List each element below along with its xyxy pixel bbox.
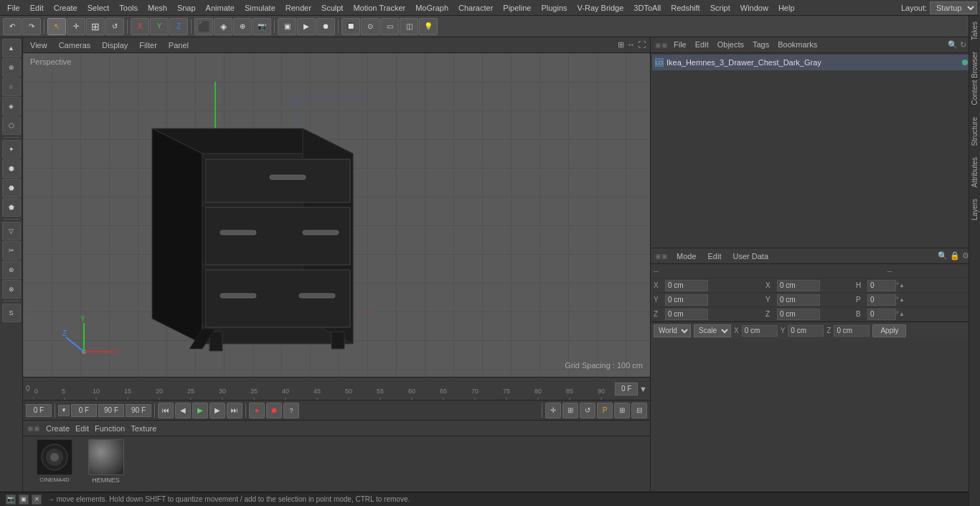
attr-menu-userdata[interactable]: User Data <box>730 250 772 262</box>
timeline-area[interactable]: 0 0 5 10 15 20 25 30 <box>23 377 650 400</box>
snap-button[interactable]: 🔲 <box>341 18 360 35</box>
start-frame-input[interactable] <box>26 404 52 417</box>
attr-x2-input[interactable] <box>777 280 820 291</box>
undo-button[interactable]: ↶ <box>3 18 22 35</box>
material-item-hemnes[interactable]: HEMNES <box>86 439 126 486</box>
attr-icon2[interactable]: 🔒 <box>950 251 960 261</box>
attr-h-input[interactable] <box>867 280 896 291</box>
tool-8[interactable]: ⬟ <box>2 198 21 217</box>
coord-z-input[interactable] <box>834 325 870 337</box>
attr-icon1[interactable]: 🔍 <box>938 251 948 261</box>
menu-mesh[interactable]: Mesh <box>143 2 171 14</box>
tool-11[interactable]: ⊛ <box>2 261 21 279</box>
viewport-icon-2[interactable]: ↔ <box>627 40 635 50</box>
menu-redshift[interactable]: Redshift <box>666 2 704 14</box>
layout-select[interactable]: Startup <box>930 1 977 14</box>
menu-help[interactable]: Help <box>774 2 799 14</box>
menu-select[interactable]: Select <box>83 2 114 14</box>
status-icon-window[interactable]: ▣ <box>19 495 29 505</box>
menu-mograph[interactable]: MoGraph <box>411 2 453 14</box>
tool-4[interactable]: ⬡ <box>2 116 21 135</box>
menu-animate[interactable]: Animate <box>202 2 239 14</box>
viewport-menu-display[interactable]: Display <box>99 39 131 51</box>
tool-2[interactable]: ○ <box>2 78 21 96</box>
viewport-menu-panel[interactable]: Panel <box>166 39 192 51</box>
light-button[interactable]: 💡 <box>419 18 438 35</box>
attr-h-arrow[interactable]: ▲ <box>899 282 905 289</box>
search-icon[interactable]: 🔍 <box>948 40 958 50</box>
frame-down-button[interactable]: ▼ <box>58 405 70 416</box>
menu-sculpt[interactable]: Sculpt <box>317 2 348 14</box>
viewport-menu-filter[interactable]: Filter <box>136 39 159 51</box>
attr-y2-input[interactable] <box>777 294 820 306</box>
menu-snap[interactable]: Snap <box>173 2 200 14</box>
redo-button[interactable]: ↷ <box>22 18 41 35</box>
attr-z-pos-input[interactable] <box>665 309 708 320</box>
tool-0[interactable]: ▲ <box>2 39 21 57</box>
obj-menu-objects[interactable]: Objects <box>715 39 747 52</box>
object-button[interactable]: ◈ <box>214 18 232 35</box>
select-tool-button[interactable]: ↖ <box>47 18 66 35</box>
go-start-button[interactable]: ⏮ <box>158 403 174 418</box>
vtab-content-browser[interactable]: Content Browser <box>969 46 980 111</box>
tool-7[interactable]: ⬣ <box>2 179 21 197</box>
status-icon-close[interactable]: ✕ <box>32 495 42 505</box>
attr-x-pos-input[interactable] <box>665 280 708 291</box>
timeline-ruler[interactable]: 0 5 10 15 20 25 30 35 40 <box>33 378 650 400</box>
play-button[interactable]: ▶ <box>192 403 208 418</box>
render-queue-button[interactable]: ⏺ <box>316 18 335 35</box>
pb-btn2[interactable]: ⊞ <box>562 403 578 418</box>
object-item-hemnes[interactable]: LO Ikea_Hemnes_3_Drawer_Chest_Dark_Gray <box>652 55 979 70</box>
menu-simulate[interactable]: Simulate <box>240 2 280 14</box>
go-end-button[interactable]: ⏭ <box>227 403 242 418</box>
mat-menu-function[interactable]: Function <box>95 424 125 433</box>
attr-menu-edit[interactable]: Edit <box>705 250 725 262</box>
record-button[interactable]: ● <box>249 403 265 418</box>
floor-button[interactable]: ▭ <box>380 18 399 35</box>
tool-3[interactable]: ◈ <box>2 97 21 116</box>
apply-button[interactable]: Apply <box>872 324 906 337</box>
attr-z2-input[interactable] <box>777 309 820 320</box>
frame-arrow[interactable]: ▼ <box>639 385 647 393</box>
playback-frame-input[interactable] <box>71 404 97 417</box>
snap-settings-button[interactable]: ⊙ <box>361 18 380 35</box>
obj-menu-edit[interactable]: Edit <box>692 39 712 52</box>
attr-p-input[interactable] <box>867 294 896 306</box>
attr-b-arrow[interactable]: ▲ <box>899 311 905 317</box>
viewport-menu-view[interactable]: View <box>27 39 50 51</box>
vtab-takes[interactable]: Takes <box>969 37 980 46</box>
attr-menu-mode[interactable]: Mode <box>674 250 699 262</box>
workplane-button[interactable]: ◫ <box>400 18 418 35</box>
z-axis-button[interactable]: Z <box>169 18 188 35</box>
menu-motion-tracker[interactable]: Motion Tracker <box>349 2 410 14</box>
pb-btn4[interactable]: P <box>597 403 613 418</box>
move-tool-button[interactable]: ✛ <box>67 18 85 35</box>
menu-render[interactable]: Render <box>281 2 316 14</box>
pb-btn1[interactable]: ✛ <box>545 403 561 418</box>
menu-file[interactable]: File <box>3 2 24 14</box>
obj-visible-icon[interactable] <box>962 60 968 65</box>
vtab-attributes[interactable]: Attributes <box>969 151 980 193</box>
viewport-menu-cameras[interactable]: Cameras <box>56 39 94 51</box>
mat-menu-texture[interactable]: Texture <box>131 424 156 433</box>
tool-6[interactable]: ⬢ <box>2 159 21 178</box>
attr-b-input[interactable] <box>867 309 896 320</box>
scale-select[interactable]: Scale <box>694 324 731 337</box>
end-frame-input2[interactable] <box>126 404 151 417</box>
menu-edit[interactable]: Edit <box>26 2 48 14</box>
obj-menu-bookmarks[interactable]: Bookmarks <box>775 39 820 52</box>
obj-menu-tags[interactable]: Tags <box>750 39 772 52</box>
menu-window[interactable]: Window <box>736 2 773 14</box>
tool-10[interactable]: ✂ <box>2 241 21 260</box>
null-object-button[interactable]: ⬛ <box>194 18 213 35</box>
render-region-button[interactable]: ▣ <box>278 18 296 35</box>
next-frame-button[interactable]: ▶ <box>209 403 225 418</box>
tool-9[interactable]: ▽ <box>2 222 21 240</box>
info-button[interactable]: ? <box>283 403 299 418</box>
attr-y-pos-input[interactable] <box>665 294 708 306</box>
end-frame-input1[interactable] <box>98 404 124 417</box>
current-frame-input-timeline[interactable] <box>615 383 638 395</box>
pb-btn3[interactable]: ↺ <box>580 403 595 418</box>
rotate-tool-button[interactable]: ↺ <box>105 18 124 35</box>
menu-3dtoall[interactable]: 3DToAll <box>629 2 665 14</box>
